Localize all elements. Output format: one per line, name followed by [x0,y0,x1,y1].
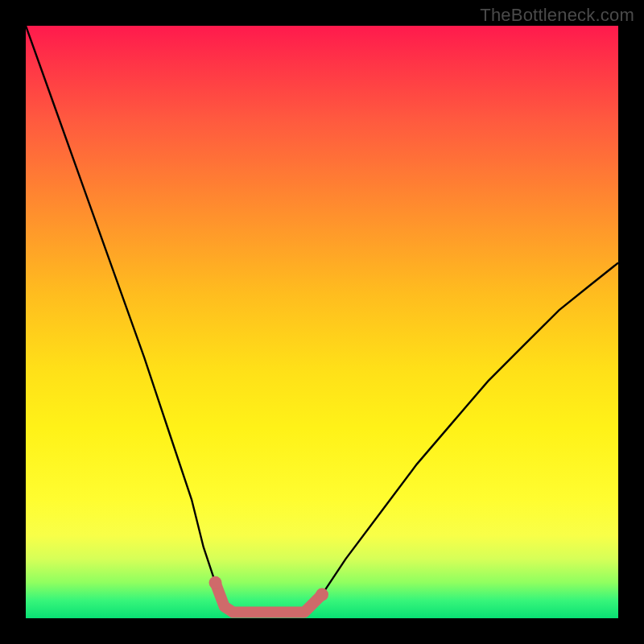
watermark-text: TheBottleneck.com [480,5,634,26]
left-curve [26,26,233,613]
highlight-dot [209,576,222,589]
highlight-segment [216,583,323,613]
curve-group [26,26,618,613]
right-curve [304,262,618,612]
plot-area [26,26,618,618]
outer-frame: TheBottleneck.com [0,0,644,644]
highlight-dot [316,588,328,601]
chart-svg [26,26,618,618]
